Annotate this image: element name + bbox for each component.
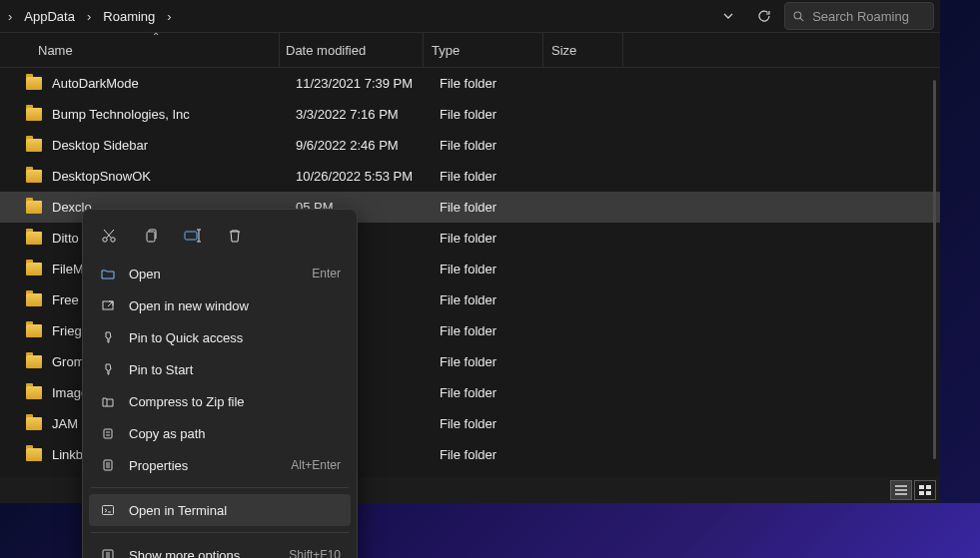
breadcrumb: › AppData › Roaming › <box>2 5 178 28</box>
pin-start-icon <box>99 362 117 376</box>
file-date: 11/23/2021 7:39 PM <box>296 76 440 91</box>
column-header-date[interactable]: Date modified <box>280 33 424 67</box>
context-menu-label: Show more options <box>129 548 289 559</box>
open-icon <box>99 267 117 280</box>
cut-icon[interactable] <box>97 224 121 248</box>
file-name: Desktop Sidebar <box>52 138 296 153</box>
file-date: 10/26/2022 5:53 PM <box>296 169 440 184</box>
context-menu-label: Properties <box>129 458 291 473</box>
svg-line-1 <box>800 18 803 21</box>
folder-icon <box>26 139 42 152</box>
context-menu-item[interactable]: OpenEnter <box>89 258 351 289</box>
folder-icon <box>26 77 42 90</box>
context-menu-item[interactable]: Pin to Quick access <box>89 321 351 353</box>
search-box[interactable] <box>784 2 934 30</box>
refresh-icon[interactable] <box>748 2 780 30</box>
context-menu-label: Compress to Zip file <box>129 394 341 409</box>
context-menu-icon-row <box>89 216 351 258</box>
svg-rect-11 <box>104 429 112 438</box>
file-type: File folder <box>440 416 559 431</box>
context-menu-separator <box>91 487 349 488</box>
context-menu-item[interactable]: Compress to Zip file <box>89 385 351 417</box>
folder-icon <box>26 201 42 214</box>
terminal-icon <box>99 503 117 517</box>
file-type: File folder <box>440 385 559 400</box>
context-menu-label: Open in Terminal <box>129 503 341 518</box>
svg-rect-8 <box>147 232 155 242</box>
svg-rect-2 <box>919 485 924 489</box>
thumbnails-view-button[interactable] <box>914 480 936 500</box>
file-type: File folder <box>440 354 559 369</box>
file-type: File folder <box>440 200 559 215</box>
folder-icon <box>26 324 42 337</box>
context-menu-separator <box>91 532 349 533</box>
column-header-name[interactable]: Name <box>18 33 280 67</box>
file-type: File folder <box>440 262 559 277</box>
column-headers: ⌃ Name Date modified Type Size <box>0 32 940 68</box>
topbar: › AppData › Roaming › <box>0 0 940 32</box>
file-date: 3/3/2022 7:16 PM <box>296 107 440 122</box>
svg-rect-5 <box>926 491 931 495</box>
svg-rect-9 <box>185 232 197 240</box>
chevron-right-icon[interactable]: › <box>2 9 18 24</box>
breadcrumb-item[interactable]: Roaming <box>97 5 161 28</box>
context-menu-item[interactable]: PropertiesAlt+Enter <box>89 449 351 481</box>
context-menu-label: Pin to Start <box>129 362 341 377</box>
context-menu-shortcut: Shift+F10 <box>289 548 341 558</box>
folder-icon <box>26 170 42 183</box>
context-menu: OpenEnterOpen in new windowPin to Quick … <box>82 209 358 558</box>
file-type: File folder <box>440 292 559 307</box>
context-menu-item[interactable]: Open in new window <box>89 289 351 321</box>
search-input[interactable] <box>812 9 925 24</box>
folder-icon <box>26 355 42 368</box>
table-row[interactable]: Desktop Sidebar9/6/2022 2:46 PMFile fold… <box>0 130 940 161</box>
open-window-icon <box>99 298 117 312</box>
file-type: File folder <box>440 323 559 338</box>
history-dropdown-icon[interactable] <box>712 2 744 30</box>
zip-icon <box>99 394 117 408</box>
table-row[interactable]: Bump Technologies, Inc3/3/2022 7:16 PMFi… <box>0 99 940 130</box>
svg-rect-13 <box>103 506 114 515</box>
details-view-button[interactable] <box>890 480 912 500</box>
context-menu-label: Open in new window <box>129 298 341 313</box>
svg-point-0 <box>794 11 801 18</box>
file-type: File folder <box>440 231 559 246</box>
chevron-right-icon[interactable]: › <box>81 9 97 24</box>
table-row[interactable]: DesktopSnowOK10/26/2022 5:53 PMFile fold… <box>0 161 940 192</box>
copy-icon[interactable] <box>139 224 163 248</box>
folder-icon <box>26 232 42 245</box>
svg-rect-3 <box>926 485 931 489</box>
column-header-type[interactable]: Type <box>424 33 543 67</box>
chevron-right-icon[interactable]: › <box>161 9 177 24</box>
folder-icon <box>26 263 42 276</box>
folder-icon <box>26 293 42 306</box>
context-menu-item[interactable]: Show more optionsShift+F10 <box>89 539 351 558</box>
context-menu-label: Pin to Quick access <box>129 330 341 345</box>
file-date: 9/6/2022 2:46 PM <box>296 138 440 153</box>
folder-icon <box>26 448 42 461</box>
more-icon <box>99 548 117 558</box>
file-type: File folder <box>440 76 559 91</box>
file-type: File folder <box>440 447 559 462</box>
file-type: File folder <box>440 138 559 153</box>
context-menu-item[interactable]: Pin to Start <box>89 353 351 385</box>
svg-rect-4 <box>919 491 924 495</box>
sort-indicator-icon: ⌃ <box>152 31 160 42</box>
pin-icon <box>99 330 117 344</box>
context-menu-item[interactable]: Copy as path <box>89 417 351 449</box>
delete-icon[interactable] <box>223 224 247 248</box>
context-menu-item[interactable]: Open in Terminal <box>89 494 351 526</box>
folder-icon <box>26 417 42 430</box>
file-name: DesktopSnowOK <box>52 169 296 184</box>
rename-icon[interactable] <box>181 224 205 248</box>
scrollbar[interactable] <box>933 80 936 459</box>
folder-icon <box>26 108 42 121</box>
properties-icon <box>99 458 117 472</box>
breadcrumb-item[interactable]: AppData <box>18 5 81 28</box>
table-row[interactable]: AutoDarkMode11/23/2021 7:39 PMFile folde… <box>0 68 940 99</box>
context-menu-label: Copy as path <box>129 426 341 441</box>
context-menu-label: Open <box>129 267 312 281</box>
context-menu-shortcut: Enter <box>312 267 341 280</box>
column-header-size[interactable]: Size <box>543 33 623 67</box>
file-name: AutoDarkMode <box>52 76 296 91</box>
